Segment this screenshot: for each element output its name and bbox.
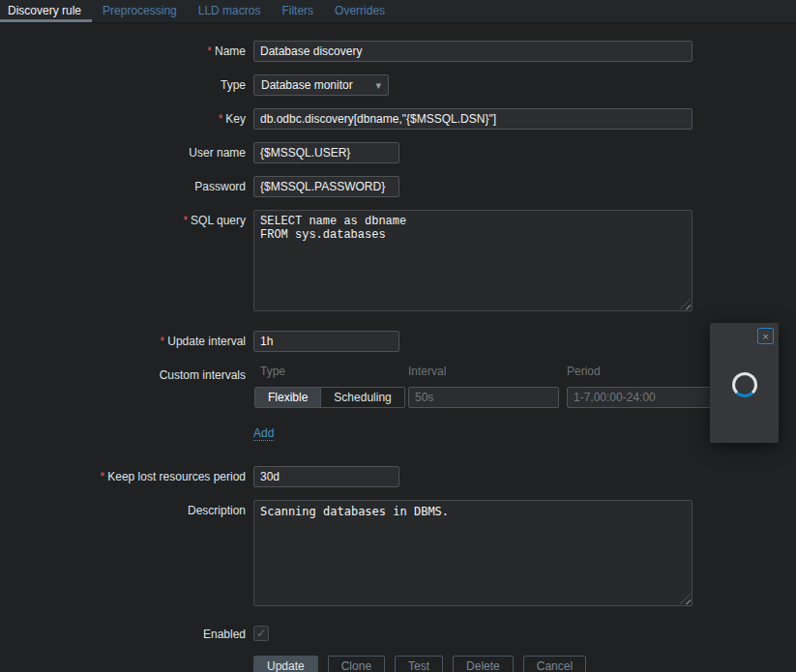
keep-lost-label: *Keep lost resources period bbox=[0, 466, 253, 487]
custom-intervals-type-header: Type bbox=[260, 365, 285, 378]
sql-query-label: *SQL query bbox=[0, 210, 253, 314]
type-select[interactable]: Database monitor ▾ bbox=[253, 74, 389, 96]
tab-discovery-rule[interactable]: Discovery rule bbox=[0, 0, 92, 22]
key-row: *Key bbox=[0, 108, 796, 130]
enabled-label: Enabled bbox=[0, 624, 253, 641]
enabled-checkbox[interactable]: ✓ bbox=[253, 626, 269, 641]
discovery-rule-form: *Name Type Database monitor ▾ *Key User … bbox=[0, 23, 796, 672]
required-asterisk: * bbox=[219, 112, 223, 126]
update-button[interactable]: Update bbox=[253, 656, 318, 672]
add-link[interactable]: Add bbox=[253, 426, 274, 441]
tab-lld-macros[interactable]: LLD macros bbox=[188, 0, 272, 22]
required-asterisk: * bbox=[101, 470, 105, 483]
tab-preprocessing[interactable]: Preprocessing bbox=[92, 0, 188, 22]
description-textarea[interactable]: Scanning databases in DBMS. bbox=[253, 500, 693, 606]
type-select-value: Database monitor bbox=[261, 78, 353, 92]
password-input[interactable] bbox=[253, 176, 399, 197]
required-asterisk: * bbox=[183, 214, 188, 227]
check-icon: ✓ bbox=[256, 627, 266, 640]
loading-spinner bbox=[732, 372, 757, 397]
period-input[interactable] bbox=[567, 387, 712, 408]
tab-overrides[interactable]: Overrides bbox=[324, 0, 396, 22]
required-asterisk: * bbox=[207, 44, 212, 58]
description-row: Description Scanning databases in DBMS. bbox=[0, 500, 796, 609]
update-interval-input[interactable] bbox=[253, 331, 399, 352]
user-name-row: User name bbox=[0, 142, 796, 163]
update-interval-row: *Update interval bbox=[0, 331, 796, 352]
password-row: Password bbox=[0, 176, 796, 197]
flexible-toggle[interactable]: Flexible bbox=[255, 388, 320, 407]
type-label: Type bbox=[0, 74, 253, 96]
key-input[interactable] bbox=[253, 108, 693, 130]
username-input[interactable] bbox=[253, 142, 399, 163]
keep-lost-input[interactable] bbox=[253, 466, 399, 487]
close-button[interactable]: × bbox=[757, 328, 774, 344]
loading-popup: × bbox=[710, 323, 779, 443]
custom-intervals-row: Custom intervals Type Interval Period Fl… bbox=[0, 365, 796, 441]
sql-query-row: *SQL query SELECT name as dbname FROM sy… bbox=[0, 210, 796, 314]
tab-bar: Discovery rule Preprocessing LLD macros … bbox=[0, 0, 796, 23]
chevron-down-icon: ▾ bbox=[375, 79, 381, 92]
name-input[interactable] bbox=[253, 41, 693, 62]
interval-type-toggle: Flexible Scheduling bbox=[254, 387, 405, 408]
enabled-row: Enabled ✓ bbox=[0, 624, 796, 641]
cancel-button[interactable]: Cancel bbox=[523, 656, 586, 672]
required-asterisk: * bbox=[161, 335, 165, 348]
clone-button[interactable]: Clone bbox=[328, 656, 385, 672]
name-label: *Name bbox=[0, 41, 253, 62]
password-label: Password bbox=[0, 176, 253, 197]
interval-input[interactable] bbox=[408, 387, 559, 408]
name-row: *Name bbox=[0, 41, 796, 62]
type-row: Type Database monitor ▾ bbox=[0, 74, 796, 96]
custom-intervals-interval-header: Interval bbox=[408, 365, 446, 378]
custom-intervals-label: Custom intervals bbox=[0, 365, 253, 441]
action-buttons-row: Update Clone Test Delete Cancel bbox=[0, 656, 796, 672]
custom-intervals-period-header: Period bbox=[567, 365, 601, 378]
sql-query-textarea[interactable]: SELECT name as dbname FROM sys.databases bbox=[253, 210, 693, 311]
delete-button[interactable]: Delete bbox=[453, 656, 514, 672]
tab-filters[interactable]: Filters bbox=[271, 0, 324, 22]
update-interval-label: *Update interval bbox=[0, 331, 253, 352]
scheduling-toggle[interactable]: Scheduling bbox=[320, 388, 403, 407]
key-label: *Key bbox=[0, 108, 253, 130]
user-name-label: User name bbox=[0, 142, 253, 163]
test-button[interactable]: Test bbox=[395, 656, 443, 672]
keep-lost-row: *Keep lost resources period bbox=[0, 466, 796, 487]
close-icon: × bbox=[762, 331, 768, 342]
description-label: Description bbox=[0, 500, 253, 609]
